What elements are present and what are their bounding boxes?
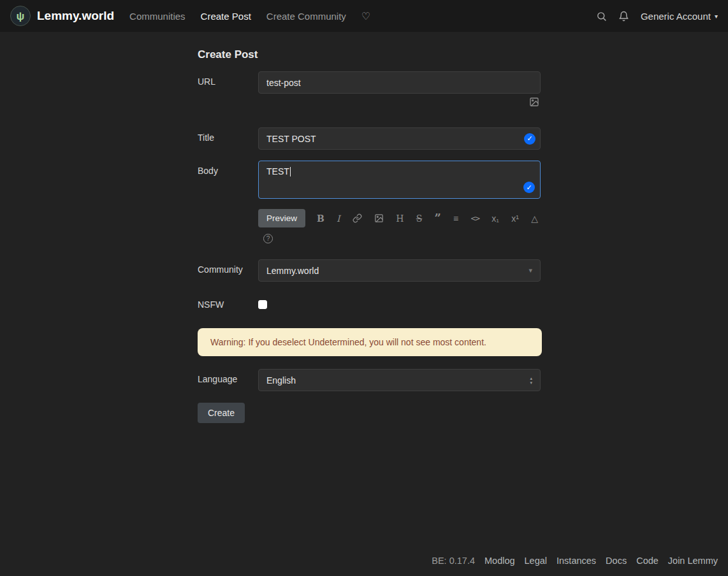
footer-link-modlog[interactable]: Modlog	[484, 556, 515, 566]
markdown-toolbar: B I H S ” ≡ <> x₁ x¹ △	[305, 213, 541, 223]
backend-version: BE: 0.17.4	[432, 556, 475, 566]
footer-link-legal[interactable]: Legal	[525, 556, 547, 566]
nav-communities[interactable]: Communities	[129, 11, 186, 22]
formatting-help-icon[interactable]: ?	[263, 234, 273, 243]
community-label: Community	[198, 259, 258, 282]
language-select[interactable]: English ▴ ▾	[258, 369, 541, 391]
brand-label: Lemmy.world	[37, 9, 114, 23]
chevron-down-icon: ▾	[715, 13, 718, 20]
navbar-right: Generic Account ▾	[596, 11, 718, 22]
create-post-form: Create Post URL Title ✓ Body TEST ✓	[0, 32, 728, 423]
code-icon[interactable]: <>	[470, 214, 479, 222]
footer-link-code[interactable]: Code	[636, 556, 659, 566]
body-text: TEST	[266, 166, 289, 176]
donate-heart-icon[interactable]: ♡	[361, 10, 370, 22]
link-icon[interactable]	[353, 213, 362, 223]
list-icon[interactable]: ≡	[453, 214, 458, 223]
language-selected-value: English	[266, 375, 296, 385]
account-label: Generic Account	[641, 11, 711, 22]
svg-text:ψ: ψ	[17, 10, 25, 22]
nsfw-label: NSFW	[198, 294, 258, 312]
title-input[interactable]	[258, 127, 541, 150]
title-label: Title	[198, 127, 258, 150]
url-input[interactable]	[258, 71, 541, 94]
header-icon[interactable]: H	[396, 214, 404, 223]
navbar-left: ψ Lemmy.world Communities Create Post Cr…	[10, 6, 370, 26]
search-icon[interactable]	[596, 11, 607, 22]
footer-link-instances[interactable]: Instances	[557, 556, 596, 566]
subscript-icon[interactable]: x₁	[491, 214, 499, 223]
body-label: Body	[198, 161, 258, 199]
body-row: Body TEST ✓	[198, 161, 728, 199]
strikethrough-icon[interactable]: S	[416, 214, 423, 223]
text-cursor	[290, 167, 291, 176]
footer: BE: 0.17.4 Modlog Legal Instances Docs C…	[432, 556, 718, 566]
quote-icon[interactable]: ”	[435, 215, 441, 222]
updown-arrows-icon: ▴ ▾	[530, 376, 532, 385]
brand-link[interactable]: ψ Lemmy.world	[10, 6, 114, 26]
community-selected-value: Lemmy.world	[266, 266, 319, 276]
footer-link-docs[interactable]: Docs	[606, 556, 627, 566]
upload-image-icon[interactable]	[529, 97, 539, 110]
nav-create-community[interactable]: Create Community	[266, 11, 346, 22]
nsfw-checkbox[interactable]	[258, 300, 267, 309]
preview-button[interactable]: Preview	[258, 209, 305, 227]
toolbar-row: Preview B I H S ” ≡ <> x₁ x¹	[198, 199, 728, 243]
body-valid-check-icon: ✓	[523, 182, 535, 193]
select-caret-icon: ▾	[528, 266, 532, 275]
language-row: Language English ▴ ▾	[198, 369, 728, 391]
image-icon[interactable]	[374, 213, 384, 223]
url-label: URL	[198, 71, 258, 110]
language-warning-banner: Warning: If you deselect Undetermined, y…	[198, 328, 542, 356]
italic-icon[interactable]: I	[337, 214, 340, 223]
community-select[interactable]: Lemmy.world ▾	[258, 259, 541, 282]
nsfw-row: NSFW	[198, 294, 728, 312]
superscript-icon[interactable]: x¹	[511, 214, 519, 223]
title-row: Title ✓	[198, 127, 728, 150]
community-row: Community Lemmy.world ▾	[198, 259, 728, 282]
nav-create-post[interactable]: Create Post	[201, 11, 251, 22]
body-textarea[interactable]: TEST ✓	[258, 161, 541, 199]
navbar: ψ Lemmy.world Communities Create Post Cr…	[0, 0, 728, 32]
footer-link-join-lemmy[interactable]: Join Lemmy	[668, 556, 718, 566]
title-valid-check-icon: ✓	[524, 133, 535, 145]
language-label: Language	[198, 369, 258, 391]
page-title: Create Post	[198, 48, 728, 61]
url-row: URL	[198, 71, 728, 110]
bold-icon[interactable]: B	[317, 214, 324, 223]
account-dropdown[interactable]: Generic Account ▾	[641, 11, 718, 22]
create-button[interactable]: Create	[198, 403, 245, 423]
lemmy-logo-icon: ψ	[10, 6, 31, 26]
bell-icon[interactable]	[618, 11, 629, 22]
spoiler-warning-icon[interactable]: △	[531, 214, 538, 223]
